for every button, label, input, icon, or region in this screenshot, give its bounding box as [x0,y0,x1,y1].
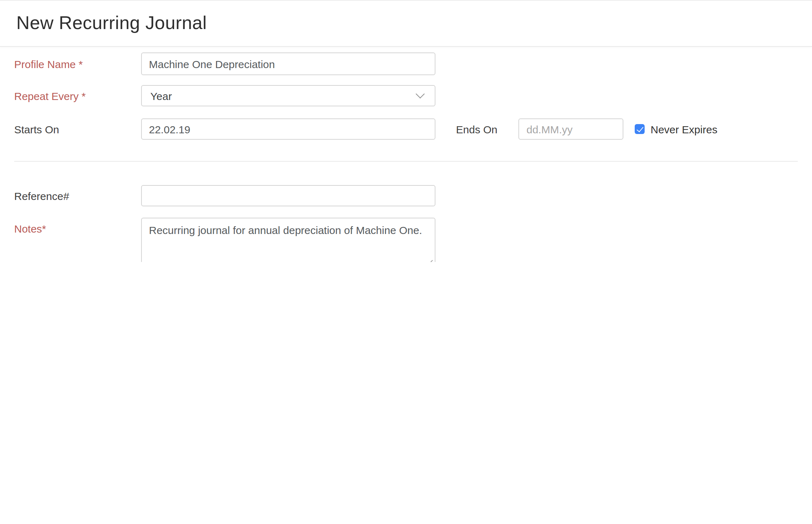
chevron-down-icon [416,89,424,98]
profile-name-input[interactable] [141,52,435,75]
page-header: New Recurring Journal [0,0,812,47]
reference-row: Reference# [14,185,812,206]
ends-on-input[interactable] [519,118,624,140]
starts-on-label: Starts On [14,123,141,135]
starts-on-row: Starts On Ends On Never Expires [14,118,812,140]
notes-label: Notes* [14,218,141,235]
profile-name-label: Profile Name * [14,58,141,70]
notes-row: Notes* Recurring journal for annual depr… [14,218,812,262]
repeat-every-value: Year [150,90,172,102]
new-recurring-journal-page: New Recurring Journal Profile Name * Rep… [0,0,812,262]
repeat-every-select[interactable]: Year [141,85,435,106]
ends-on-label: Ends On [456,123,497,135]
notes-field-wrap: Recurring journal for annual depreciatio… [141,218,435,262]
notes-textarea[interactable]: Recurring journal for annual depreciatio… [141,218,435,262]
repeat-every-row: Repeat Every * Year [14,85,812,106]
reference-input[interactable] [141,185,435,206]
section-divider [14,161,798,162]
profile-name-row: Profile Name * [14,52,812,75]
reference-label: Reference# [14,190,141,202]
starts-on-input[interactable] [141,118,435,140]
never-expires-label: Never Expires [651,123,717,135]
repeat-every-label: Repeat Every * [14,90,141,102]
never-expires-checkbox[interactable] [635,124,645,134]
page-title: New Recurring Journal [16,12,207,34]
